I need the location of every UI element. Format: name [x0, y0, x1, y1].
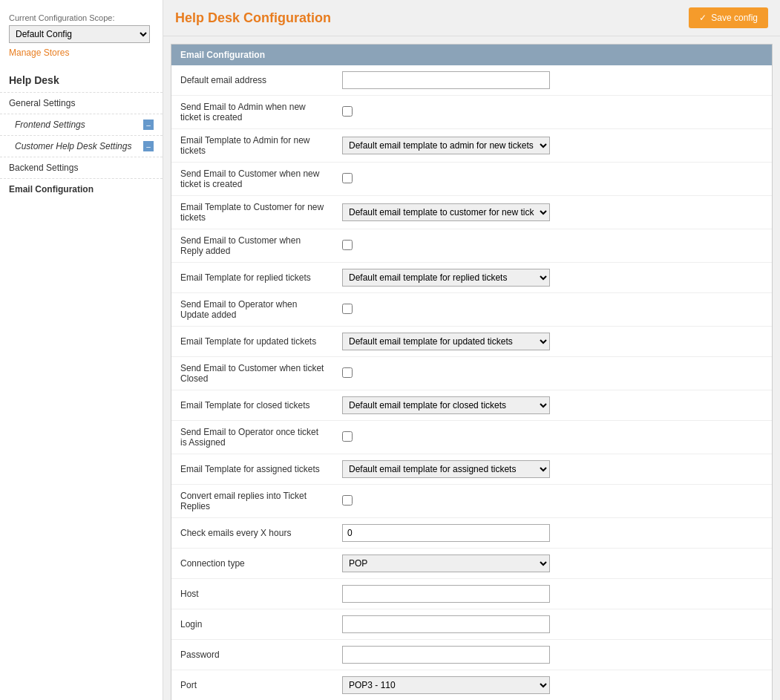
- sidebar-item-label: General Settings: [9, 98, 75, 108]
- select-template-closed[interactable]: Default email template for closed ticket…: [342, 396, 550, 414]
- row-input-login: [335, 609, 772, 640]
- row-input-port: POP3 - 110IMAP - 143POP3S - 995IMAPS - 9…: [335, 670, 772, 701]
- table-row: Email Template for updated ticketsDefaul…: [171, 327, 772, 357]
- table-row: Send Email to Operator when Update added: [171, 293, 772, 327]
- row-input-send-customer-reply: [335, 229, 772, 263]
- table-row: Email Template for replied ticketsDefaul…: [171, 263, 772, 293]
- row-label-convert-replies: Convert email replies into Ticket Replie…: [171, 485, 335, 518]
- row-input-template-assigned: Default email template for assigned tick…: [335, 454, 772, 485]
- scope-label: Current Configuration Scope:: [0, 7, 163, 25]
- save-icon: ✓: [699, 13, 707, 23]
- sidebar: Current Configuration Scope: Default Con…: [0, 0, 163, 700]
- sidebar-item-email-configuration[interactable]: Email Configuration: [0, 178, 163, 200]
- row-input-convert-replies: [335, 485, 772, 518]
- table-row: Email Template for assigned ticketsDefau…: [171, 454, 772, 485]
- row-label-connection-type: Connection type: [171, 549, 335, 579]
- manage-stores-link[interactable]: Manage Stores: [0, 43, 163, 67]
- row-label-template-admin-new: Email Template to Admin for new tickets: [171, 129, 335, 163]
- select-port[interactable]: POP3 - 110IMAP - 143POP3S - 995IMAPS - 9…: [342, 676, 550, 694]
- table-row: Send Email to Customer when Reply added: [171, 229, 772, 263]
- config-table: Default email addressSend Email to Admin…: [171, 65, 772, 700]
- row-input-send-admin-new: [335, 96, 772, 129]
- row-label-send-customer-closed: Send Email to Customer when ticket Close…: [171, 357, 335, 390]
- input-default-email[interactable]: [342, 71, 550, 89]
- sidebar-item-label: Backend Settings: [9, 163, 78, 173]
- row-input-connection-type: POPIMAP: [335, 549, 772, 579]
- row-label-send-admin-new: Send Email to Admin when new ticket is c…: [171, 96, 335, 129]
- save-config-button[interactable]: ✓ Save config: [689, 7, 768, 28]
- table-row: Password: [171, 640, 772, 670]
- row-label-check-emails: Check emails every X hours: [171, 518, 335, 549]
- row-label-template-replied: Email Template for replied tickets: [171, 263, 335, 293]
- sidebar-item-label: Customer Help Desk Settings: [15, 141, 131, 151]
- row-input-send-operator-update: [335, 293, 772, 327]
- row-label-template-customer-new: Email Template to Customer for new ticke…: [171, 196, 335, 229]
- select-template-admin-new[interactable]: Default email template to admin for new …: [342, 137, 550, 154]
- table-row: Send Email to Customer when new ticket i…: [171, 163, 772, 196]
- row-input-template-admin-new: Default email template to admin for new …: [335, 129, 772, 163]
- table-row: Default email address: [171, 65, 772, 96]
- page-title: Help Desk Configuration: [175, 10, 331, 26]
- row-label-login: Login: [171, 609, 335, 640]
- input-login[interactable]: [342, 615, 550, 633]
- section-header: Email Configuration: [171, 45, 772, 65]
- row-label-send-customer-reply: Send Email to Customer when Reply added: [171, 229, 335, 263]
- row-label-template-closed: Email Template for closed tickets: [171, 390, 335, 421]
- table-row: Check emails every X hours: [171, 518, 772, 549]
- checkbox-convert-replies[interactable]: [342, 495, 353, 506]
- table-row: Convert email replies into Ticket Replie…: [171, 485, 772, 518]
- table-row: Email Template for closed ticketsDefault…: [171, 390, 772, 421]
- checkbox-send-customer-new[interactable]: [342, 173, 353, 183]
- table-row: Email Template to Admin for new ticketsD…: [171, 129, 772, 163]
- table-row: Login: [171, 609, 772, 640]
- row-label-send-operator-update: Send Email to Operator when Update added: [171, 293, 335, 327]
- row-label-password: Password: [171, 640, 335, 670]
- sidebar-item-frontend-settings[interactable]: Frontend Settings –: [0, 114, 163, 135]
- sidebar-item-backend-settings[interactable]: Backend Settings: [0, 157, 163, 178]
- input-host[interactable]: [342, 585, 550, 603]
- row-input-template-replied: Default email template for replied ticke…: [335, 263, 772, 293]
- row-input-send-operator-assigned: [335, 421, 772, 454]
- sidebar-item-general-settings[interactable]: General Settings: [0, 92, 163, 114]
- input-check-emails[interactable]: [342, 524, 550, 542]
- row-label-host: Host: [171, 579, 335, 609]
- checkbox-send-operator-assigned[interactable]: [342, 431, 353, 442]
- checkbox-send-operator-update[interactable]: [342, 304, 353, 314]
- row-label-template-updated: Email Template for updated tickets: [171, 327, 335, 357]
- collapse-icon: –: [143, 141, 154, 151]
- row-label-send-operator-assigned: Send Email to Operator once ticket is As…: [171, 421, 335, 454]
- table-row: Send Email to Customer when ticket Close…: [171, 357, 772, 390]
- select-template-assigned[interactable]: Default email template for assigned tick…: [342, 460, 550, 478]
- sidebar-item-customer-helpdesk[interactable]: Customer Help Desk Settings –: [0, 135, 163, 157]
- row-input-send-customer-new: [335, 163, 772, 196]
- row-input-host: [335, 579, 772, 609]
- checkbox-send-admin-new[interactable]: [342, 106, 353, 117]
- select-template-replied[interactable]: Default email template for replied ticke…: [342, 269, 550, 287]
- sidebar-item-label: Frontend Settings: [15, 120, 85, 130]
- collapse-icon: –: [143, 120, 154, 130]
- row-label-default-email: Default email address: [171, 65, 335, 96]
- checkbox-send-customer-reply[interactable]: [342, 240, 353, 250]
- table-row: Email Template to Customer for new ticke…: [171, 196, 772, 229]
- row-input-default-email: [335, 65, 772, 96]
- row-input-password: [335, 640, 772, 670]
- checkbox-send-customer-closed[interactable]: [342, 367, 353, 378]
- row-label-send-customer-new: Send Email to Customer when new ticket i…: [171, 163, 335, 196]
- row-input-template-closed: Default email template for closed ticket…: [335, 390, 772, 421]
- table-row: PortPOP3 - 110IMAP - 143POP3S - 995IMAPS…: [171, 670, 772, 701]
- table-row: Send Email to Admin when new ticket is c…: [171, 96, 772, 129]
- select-template-updated[interactable]: Default email template for updated ticke…: [342, 333, 550, 350]
- select-connection-type[interactable]: POPIMAP: [342, 555, 550, 572]
- row-label-template-assigned: Email Template for assigned tickets: [171, 454, 335, 485]
- row-label-port: Port: [171, 670, 335, 701]
- input-password[interactable]: [342, 646, 550, 664]
- select-template-customer-new[interactable]: Default email template to customer for n…: [342, 203, 550, 221]
- topbar: Help Desk Configuration ✓ Save config: [163, 0, 780, 36]
- table-row: Send Email to Operator once ticket is As…: [171, 421, 772, 454]
- row-input-template-updated: Default email template for updated ticke…: [335, 327, 772, 357]
- scope-select[interactable]: Default Config: [9, 25, 150, 43]
- help-desk-title: Help Desk: [0, 67, 163, 92]
- table-row: Host: [171, 579, 772, 609]
- row-input-check-emails: [335, 518, 772, 549]
- email-config-section: Email Configuration Default email addres…: [171, 44, 773, 700]
